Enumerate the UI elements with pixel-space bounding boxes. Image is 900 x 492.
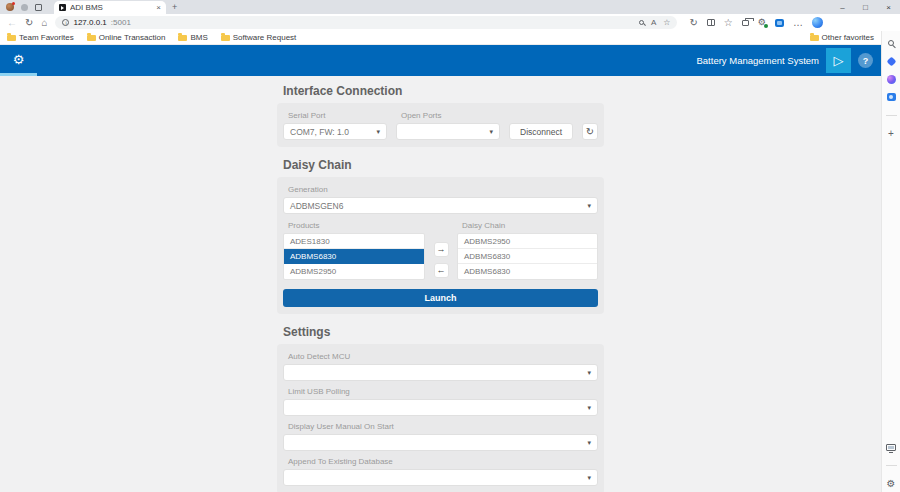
chain-label: Daisy Chain	[462, 221, 598, 230]
auto-detect-mcu-select[interactable]: ▾	[283, 364, 598, 381]
launch-button[interactable]: Launch	[283, 289, 598, 307]
serial-port-label: Serial Port	[288, 111, 387, 120]
sidebar-app-icon[interactable]	[887, 75, 896, 84]
limit-usb-polling-label: Limit USB Polling	[288, 387, 598, 396]
browser-essentials-icon[interactable]: ⚙	[758, 18, 766, 27]
edge-sidebar: + ⚙	[881, 31, 900, 492]
open-ports-label: Open Ports	[401, 111, 500, 120]
chevron-down-icon: ▾	[587, 474, 591, 481]
chevron-down-icon: ▾	[587, 369, 591, 376]
display-user-manual-select[interactable]: ▾	[283, 434, 598, 451]
new-tab-button[interactable]: +	[172, 2, 177, 12]
window-close-button[interactable]: ×	[877, 0, 900, 14]
sidebar-divider	[886, 115, 897, 116]
settings-title: Settings	[283, 325, 604, 339]
sidebar-tools-icon[interactable]	[886, 444, 896, 451]
chevron-down-icon: ▾	[587, 202, 591, 209]
app-header: ⚙ Battery Management System ▷ ?	[0, 45, 881, 76]
append-database-select[interactable]: ▾	[283, 469, 598, 486]
bms-page: ⚙ Battery Management System ▷ ? Interfac…	[0, 45, 881, 492]
chain-item[interactable]: ADBMS2950	[458, 234, 597, 249]
split-screen-icon[interactable]	[707, 19, 715, 26]
site-info-icon[interactable]: i	[62, 19, 69, 26]
tab-title: ADI BMS	[70, 3, 152, 12]
bookmark-label: Online Transaction	[99, 33, 166, 42]
generation-value: ADBMSGEN6	[290, 201, 343, 211]
bookmark-bms[interactable]: BMS	[178, 33, 207, 42]
products-label: Products	[288, 221, 425, 230]
favorites-icon[interactable]: ☆	[724, 18, 733, 28]
bookmark-team-favorites[interactable]: Team Favorites	[7, 33, 74, 42]
adi-logo: ▷	[826, 48, 851, 73]
profile-avatar[interactable]	[6, 3, 14, 11]
other-favorites-label: Other favorites	[822, 33, 874, 42]
zoom-icon[interactable]	[639, 20, 644, 25]
other-favorites[interactable]: Other favorites	[810, 33, 874, 42]
sidebar-add-icon[interactable]: +	[888, 128, 894, 139]
chevron-down-icon: ▾	[376, 128, 380, 135]
collections-icon[interactable]	[742, 20, 749, 26]
display-user-manual-label: Display User Manual On Start	[288, 422, 598, 431]
generation-select[interactable]: ADBMSGEN6 ▾	[283, 197, 598, 214]
product-item[interactable]: ADBMS6830	[284, 249, 424, 264]
product-item[interactable]: ADES1830	[284, 234, 424, 249]
adi-favicon	[59, 4, 66, 11]
auto-detect-mcu-label: Auto Detect MCU	[288, 352, 598, 361]
products-list: ADES1830 ADBMS6830 ADBMS2950	[283, 233, 425, 280]
settings-tab[interactable]: ⚙	[0, 45, 37, 76]
folder-icon	[221, 35, 230, 41]
product-item[interactable]: ADBMS2950	[284, 264, 424, 279]
chain-item[interactable]: ADBMS6830	[458, 249, 597, 264]
sidebar-designer-icon[interactable]	[887, 93, 896, 101]
sidebar-shopping-icon[interactable]	[886, 56, 896, 66]
add-to-chain-button[interactable]: →	[434, 242, 449, 257]
sidebar-divider	[886, 465, 897, 466]
daisy-chain-title: Daisy Chain	[283, 158, 604, 172]
serial-port-select[interactable]: COM7, FW: 1.0 ▾	[283, 123, 387, 140]
address-bar[interactable]: i 127.0.0.1 :5001 A ☆	[55, 16, 677, 29]
folder-icon	[87, 35, 96, 41]
sidebar-search-icon[interactable]	[888, 40, 894, 46]
sidebar-settings-icon[interactable]: ⚙	[887, 478, 896, 489]
chain-item[interactable]: ADBMS6830	[458, 264, 597, 279]
serial-port-value: COM7, FW: 1.0	[290, 127, 349, 137]
browser-toolbar: ← ↻ ⌂ i 127.0.0.1 :5001 A ☆ ↻ ☆ ⚙ …	[0, 14, 900, 31]
app-title: Battery Management System	[697, 55, 820, 66]
url-host: 127.0.0.1	[73, 18, 106, 27]
web-capture-icon[interactable]	[775, 19, 784, 27]
window-minimize-button[interactable]: –	[831, 0, 854, 14]
copilot-icon[interactable]	[812, 17, 823, 28]
open-ports-select[interactable]: ▾	[396, 123, 500, 140]
folder-icon	[178, 35, 187, 41]
tab-actions-icon[interactable]	[35, 4, 42, 11]
browser-titlebar: ADI BMS × + – □ ×	[0, 0, 900, 14]
window-maximize-button[interactable]: □	[854, 0, 877, 14]
chevron-down-icon: ▾	[489, 128, 493, 135]
bookmark-software-request[interactable]: Software Request	[221, 33, 297, 42]
gear-icon: ⚙	[13, 53, 25, 66]
workspaces-icon[interactable]	[21, 4, 28, 11]
tab-close-icon[interactable]: ×	[156, 4, 161, 12]
home-icon[interactable]: ⌂	[41, 18, 47, 28]
read-aloud-icon[interactable]: A	[651, 19, 656, 27]
refresh-icon[interactable]: ↻	[25, 18, 33, 28]
append-database-label: Append To Existing Database	[288, 457, 598, 466]
limit-usb-polling-select[interactable]: ▾	[283, 399, 598, 416]
refresh-ports-button[interactable]: ↻	[582, 123, 598, 140]
help-button[interactable]: ?	[858, 53, 873, 68]
generation-label: Generation	[288, 185, 598, 194]
interface-connection-title: Interface Connection	[283, 84, 604, 98]
disconnect-button[interactable]: Disconnect	[509, 123, 573, 140]
url-port: :5001	[111, 18, 131, 27]
remove-from-chain-button[interactable]: ←	[434, 263, 449, 278]
more-menu-icon[interactable]: …	[793, 18, 803, 28]
bookmark-online-transaction[interactable]: Online Transaction	[87, 33, 166, 42]
back-icon[interactable]: ←	[7, 18, 17, 28]
daisy-chain-card: Generation ADBMSGEN6 ▾ Products ADES1830…	[277, 177, 604, 314]
chevron-down-icon: ▾	[587, 404, 591, 411]
bookmarks-bar: Team Favorites Online Transaction BMS So…	[0, 31, 881, 45]
interface-connection-card: Serial Port COM7, FW: 1.0 ▾ Open Ports ▾…	[277, 103, 604, 147]
favorite-star-icon[interactable]: ☆	[663, 19, 670, 27]
sync-icon[interactable]: ↻	[689, 18, 697, 28]
browser-tab[interactable]: ADI BMS ×	[54, 1, 166, 14]
